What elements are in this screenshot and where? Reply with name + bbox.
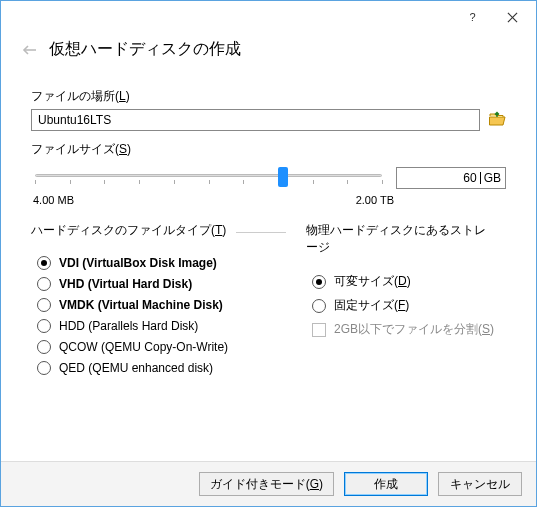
filesize-label: ファイルサイズ(S) <box>31 141 506 158</box>
filetype-radio-1[interactable]: VHD (Virtual Hard Disk) <box>37 277 286 291</box>
radio-label: 固定サイズ(F) <box>334 297 409 314</box>
footer: ガイド付きモード(G) 作成 キャンセル <box>1 461 536 506</box>
storage-radio-1[interactable]: 固定サイズ(F) <box>312 297 506 314</box>
browse-folder-icon[interactable] <box>488 111 506 129</box>
titlebar: ? <box>1 1 536 33</box>
filetype-radio-3[interactable]: HDD (Parallels Hard Disk) <box>37 319 286 333</box>
guided-mode-button[interactable]: ガイド付きモード(G) <box>199 472 334 496</box>
filetype-radio-2[interactable]: VMDK (Virtual Machine Disk) <box>37 298 286 312</box>
radio-label: VMDK (Virtual Machine Disk) <box>59 298 223 312</box>
create-button[interactable]: 作成 <box>344 472 428 496</box>
radio-icon <box>37 256 51 270</box>
svg-text:?: ? <box>469 12 475 23</box>
close-icon[interactable] <box>492 3 532 31</box>
slider-min-label: 4.00 MB <box>33 194 74 206</box>
radio-icon <box>37 340 51 354</box>
filetype-group: ハードディスクのファイルタイプ(T) VDI (VirtualBox Disk … <box>31 222 286 382</box>
storage-group-label: 物理ハードディスクにあるストレージ <box>306 222 496 256</box>
filetype-group-label: ハードディスクのファイルタイプ(T) <box>31 222 226 239</box>
slider-max-label: 2.00 TB <box>356 194 394 206</box>
location-label: ファイルの場所(L) <box>31 88 506 105</box>
radio-label: VDI (VirtualBox Disk Image) <box>59 256 217 270</box>
location-input[interactable]: Ubuntu16LTS <box>31 109 480 131</box>
radio-icon <box>37 361 51 375</box>
filesize-input[interactable]: 60GB <box>396 167 506 189</box>
radio-label: HDD (Parallels Hard Disk) <box>59 319 198 333</box>
text-cursor <box>480 172 481 184</box>
filetype-radio-4[interactable]: QCOW (QEMU Copy-On-Write) <box>37 340 286 354</box>
slider-thumb[interactable] <box>278 167 288 187</box>
radio-label: VHD (Virtual Hard Disk) <box>59 277 192 291</box>
cancel-button[interactable]: キャンセル <box>438 472 522 496</box>
filetype-radio-0[interactable]: VDI (VirtualBox Disk Image) <box>37 256 286 270</box>
page-title: 仮想ハードディスクの作成 <box>49 39 241 60</box>
back-icon[interactable] <box>21 41 39 59</box>
split-label: 2GB以下でファイルを分割(S) <box>334 321 494 338</box>
radio-label: 可変サイズ(D) <box>334 273 411 290</box>
help-icon[interactable]: ? <box>452 3 492 31</box>
radio-icon <box>312 299 326 313</box>
radio-icon <box>37 277 51 291</box>
radio-label: QCOW (QEMU Copy-On-Write) <box>59 340 228 354</box>
filetype-radio-5[interactable]: QED (QEMU enhanced disk) <box>37 361 286 375</box>
header: 仮想ハードディスクの作成 <box>1 33 536 78</box>
storage-group: 物理ハードディスクにあるストレージ 可変サイズ(D)固定サイズ(F) 2GB以下… <box>306 222 506 382</box>
filesize-slider[interactable] <box>31 164 386 192</box>
content: ファイルの場所(L) Ubuntu16LTS ファイルサイズ(S) 60GB 4… <box>1 88 536 382</box>
radio-icon <box>37 319 51 333</box>
radio-icon <box>37 298 51 312</box>
split-checkbox-row: 2GB以下でファイルを分割(S) <box>312 321 506 338</box>
storage-radio-0[interactable]: 可変サイズ(D) <box>312 273 506 290</box>
radio-label: QED (QEMU enhanced disk) <box>59 361 213 375</box>
split-checkbox <box>312 323 326 337</box>
radio-icon <box>312 275 326 289</box>
